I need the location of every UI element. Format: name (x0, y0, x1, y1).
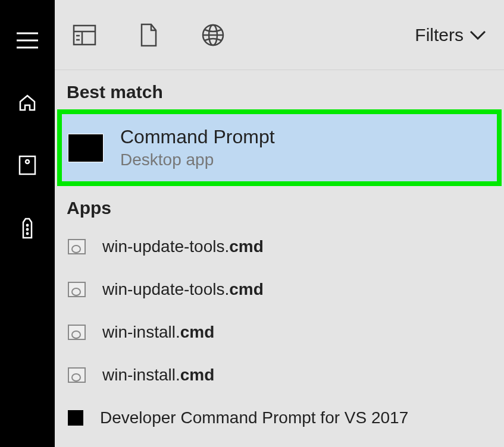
best-match-title: Command Prompt (120, 126, 275, 148)
best-match-result[interactable]: Command Prompt Desktop app (57, 109, 502, 186)
app-square-icon (68, 410, 83, 426)
script-file-icon (68, 239, 86, 254)
home-icon (18, 93, 37, 112)
apps-heading: Apps (55, 186, 504, 225)
script-file-icon (68, 282, 86, 297)
chevron-down-icon (469, 30, 486, 40)
app-result-label: win-install.cmd (102, 366, 214, 385)
best-match-heading: Best match (55, 70, 504, 109)
search-topbar: Filters (55, 0, 504, 70)
app-result-label: win-update-tools.cmd (102, 237, 264, 256)
script-file-icon (68, 367, 86, 383)
best-match-text: Command Prompt Desktop app (120, 126, 275, 169)
app-result-label: Developer Command Prompt for VS 2017 (100, 408, 408, 427)
svg-point-6 (27, 229, 28, 230)
apps-icon (73, 24, 96, 46)
app-result-item[interactable]: win-install.cmd (55, 311, 504, 354)
start-sidebar (0, 0, 55, 447)
app-result-label: win-update-tools.cmd (102, 280, 264, 299)
script-file-icon (68, 325, 86, 340)
search-results-panel: Filters Best match Command Prompt Deskto… (55, 0, 504, 447)
recent-icon (18, 155, 36, 175)
app-result-item[interactable]: Developer Command Prompt for VS 2017 (55, 396, 504, 439)
apps-list: win-update-tools.cmdwin-update-tools.cmd… (55, 225, 504, 439)
hamburger-menu-button[interactable] (15, 29, 39, 52)
remote-icon (21, 216, 34, 239)
web-filter-button[interactable] (201, 23, 225, 47)
hamburger-icon (17, 32, 38, 49)
svg-point-7 (27, 233, 28, 234)
document-icon (139, 23, 158, 47)
svg-point-5 (27, 225, 28, 226)
app-result-item[interactable]: win-install.cmd (55, 354, 504, 396)
svg-rect-3 (20, 156, 35, 174)
documents-filter-button[interactable] (137, 23, 161, 47)
svg-point-4 (26, 160, 29, 163)
command-prompt-icon (68, 134, 104, 162)
filters-dropdown[interactable]: Filters (415, 25, 486, 45)
filters-label: Filters (415, 25, 464, 45)
apps-filter-button[interactable] (73, 23, 96, 47)
best-match-subtitle: Desktop app (120, 150, 275, 169)
app-result-label: win-install.cmd (102, 323, 214, 342)
app-result-item[interactable]: win-update-tools.cmd (55, 268, 504, 311)
globe-icon (202, 24, 224, 46)
recent-button[interactable] (15, 153, 39, 177)
home-button[interactable] (15, 91, 39, 115)
remote-button[interactable] (15, 216, 39, 240)
app-result-item[interactable]: win-update-tools.cmd (55, 225, 504, 268)
